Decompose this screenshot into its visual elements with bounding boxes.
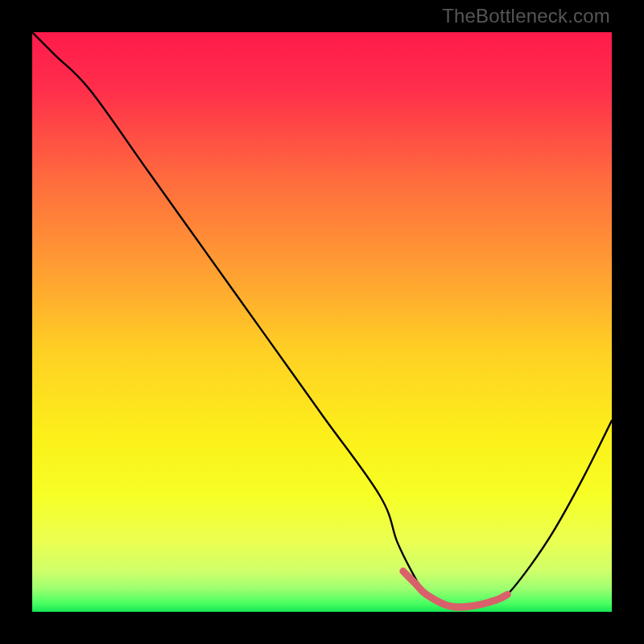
chart-frame: TheBottleneck.com [0,0,644,644]
bottleneck-curve [32,32,612,607]
curve-layer [32,32,612,612]
optimal-range-highlight [403,572,508,608]
watermark-text: TheBottleneck.com [442,5,610,27]
plot-area [32,32,612,612]
